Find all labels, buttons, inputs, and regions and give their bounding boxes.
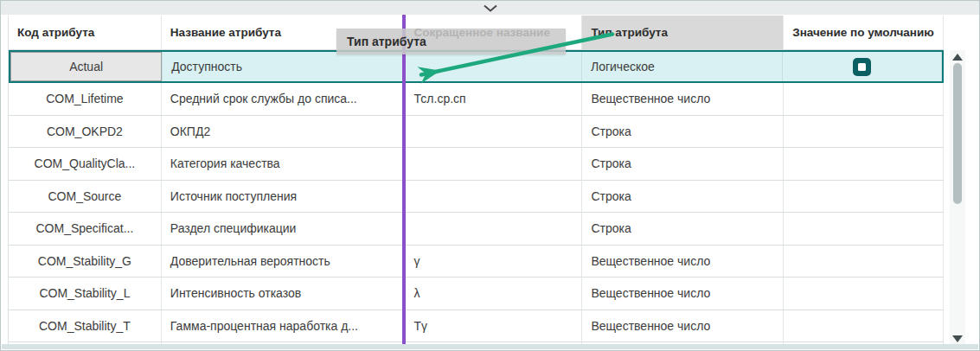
table-row[interactable]: COM_SourceИсточник поступленияСтрока [9, 181, 944, 214]
cell-default[interactable] [784, 181, 944, 213]
cell-type[interactable]: Вещественное число [582, 83, 784, 115]
cell-default[interactable] [783, 52, 942, 81]
column-header-default[interactable]: Значение по умолчанию [784, 16, 944, 49]
cell-code[interactable]: COM_OKPD2 [9, 116, 162, 148]
cell-code[interactable]: COM_Stability_G [9, 246, 162, 278]
table-row[interactable]: COM_OKPD2ОКПД2Строка [9, 116, 944, 149]
attribute-grid-panel: Код атрибутаНазвание атрибутаСокращенное… [0, 0, 980, 351]
cell-default[interactable] [784, 148, 944, 180]
table-row[interactable]: COM_Stability_GДоверительная вероятность… [9, 246, 944, 278]
cell-short[interactable]: λ [406, 278, 583, 310]
vertical-scrollbar[interactable] [950, 50, 965, 347]
cell-short[interactable] [406, 181, 583, 213]
cell-short[interactable] [406, 213, 583, 245]
cell-type[interactable]: Вещественное число [582, 278, 784, 310]
cell-name[interactable]: Гамма-процентная наработка д... [162, 310, 406, 342]
cell-type[interactable]: Строка [582, 213, 784, 245]
cell-default[interactable] [784, 83, 944, 115]
cell-code[interactable]: COM_Stability_L [9, 278, 162, 310]
cell-short[interactable] [406, 116, 583, 148]
drag-ghost-label: Тип атрибута [336, 35, 426, 48]
cell-code[interactable]: COM_QualityCla... [9, 148, 162, 180]
cell-type[interactable]: Строка [582, 148, 784, 180]
chevron-down-icon[interactable] [483, 4, 498, 12]
table-row[interactable]: COM_Specificat...Раздел спецификацииСтро… [9, 213, 944, 246]
cell-default[interactable] [784, 116, 944, 148]
attributes-table: Код атрибутаНазвание атрибутаСокращенное… [8, 16, 944, 347]
vertical-scrollbar-thumb[interactable] [953, 63, 962, 204]
table-row[interactable]: COM_LifetimeСредний срок службы до списа… [9, 83, 944, 116]
cell-name[interactable]: Доверительная вероятность [162, 246, 406, 278]
collapse-handle[interactable] [1, 1, 979, 15]
cell-default[interactable] [784, 278, 944, 310]
boolean-checkbox-inner-square [858, 63, 866, 71]
cell-short[interactable]: Тсл.ср.сп [406, 83, 583, 115]
cell-default[interactable] [784, 213, 944, 245]
table-row[interactable]: COM_Stability_LИнтенсивность отказовλВещ… [9, 278, 944, 310]
column-header-code[interactable]: Код атрибута [9, 16, 162, 49]
scroll-down-arrow-icon[interactable] [952, 335, 963, 342]
cell-name[interactable]: Средний срок службы до списа... [162, 83, 406, 115]
cell-code[interactable]: COM_Specificat... [9, 213, 162, 245]
cell-short[interactable]: Тγ [406, 310, 583, 342]
boolean-checkbox-icon [853, 58, 871, 76]
cell-type[interactable]: Логическое [582, 52, 783, 81]
cell-name[interactable]: Категория качества [162, 148, 406, 180]
column-drag-ghost: Тип атрибута [336, 29, 566, 54]
cell-type[interactable]: Вещественное число [582, 310, 784, 342]
table-row[interactable]: COM_Stability_TГамма-процентная наработк… [9, 310, 944, 343]
cell-code[interactable]: COM_Lifetime [9, 83, 162, 115]
cell-code[interactable]: Actual [10, 52, 163, 81]
cell-name[interactable]: ОКПД2 [162, 116, 406, 148]
column-header-type[interactable]: Тип атрибута [582, 16, 784, 49]
horizontal-scrollbar[interactable] [2, 344, 978, 349]
cell-type[interactable]: Строка [582, 116, 784, 148]
cell-name[interactable]: Источник поступления [162, 181, 406, 213]
cell-name[interactable]: Раздел спецификации [162, 213, 406, 245]
table-body: ActualДоступностьЛогическоеCOM_LifetimeС… [9, 50, 944, 347]
cell-type[interactable]: Строка [582, 181, 784, 213]
cell-short[interactable]: γ [406, 246, 583, 278]
column-drop-indicator [402, 15, 406, 347]
cell-code[interactable]: COM_Stability_T [9, 310, 162, 342]
cell-short[interactable] [406, 148, 583, 180]
table-row[interactable]: ActualДоступностьЛогическое [9, 50, 944, 83]
cell-code[interactable]: COM_Source [9, 181, 162, 213]
table-row[interactable]: COM_QualityCla...Категория качестваСтрок… [9, 148, 944, 181]
cell-name[interactable]: Интенсивность отказов [162, 278, 406, 310]
scroll-up-arrow-icon[interactable] [952, 54, 963, 61]
cell-type[interactable]: Вещественное число [582, 246, 784, 278]
cell-name[interactable]: Доступность [163, 52, 406, 81]
cell-short[interactable] [406, 52, 582, 81]
cell-default[interactable] [784, 310, 944, 342]
cell-default[interactable] [784, 246, 944, 278]
